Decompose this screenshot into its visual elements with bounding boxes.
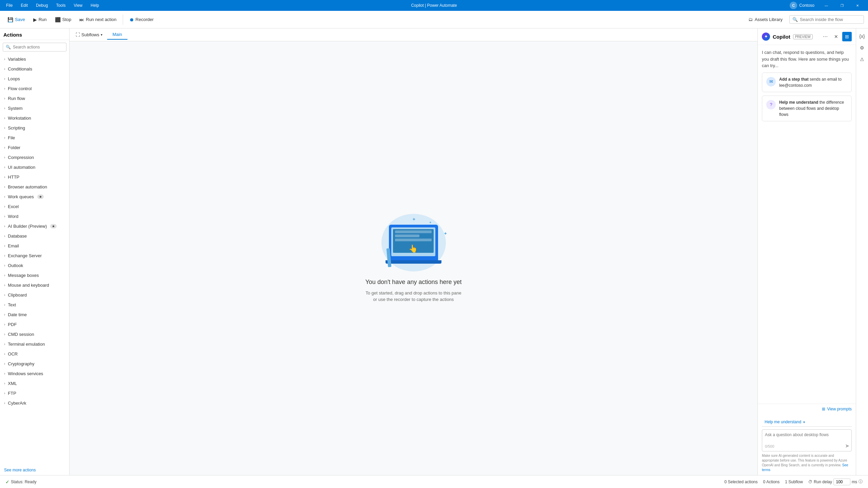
menu-debug[interactable]: Debug: [33, 2, 51, 9]
clock-icon: ⏱: [808, 480, 812, 484]
suggestion-card-1[interactable]: ? Help me understand the difference betw…: [762, 96, 852, 121]
action-item-windows-services[interactable]: ›Windows services: [0, 369, 69, 379]
toolbar: 💾 Save ▶ Run ⬛ Stop ⏭ Run next action ⏺ …: [0, 11, 868, 28]
assets-library-button[interactable]: 🗂 Assets Library: [744, 15, 787, 24]
copilot-dock-button[interactable]: ⊞: [842, 32, 852, 41]
copilot-panel: ✦ Copilot PREVIEW ⋯ ✕ ⊞ I can chat, resp…: [757, 28, 856, 475]
action-item-outlook[interactable]: ›Outlook: [0, 261, 69, 270]
subflow-count: 1 Subflow: [785, 480, 803, 484]
run-icon: ▶: [33, 17, 37, 22]
recorder-button[interactable]: ⏺ Recorder: [126, 15, 157, 24]
action-item-database[interactable]: ›Database: [0, 231, 69, 241]
suggestion-text-1: Help me understand the difference betwee…: [779, 99, 847, 118]
suggestion-icon-help: ?: [766, 100, 776, 109]
action-item-pdf[interactable]: ›PDF: [0, 320, 69, 329]
action-item-cryptography[interactable]: ›Cryptography: [0, 359, 69, 369]
action-item-excel[interactable]: ›Excel: [0, 202, 69, 211]
action-item-http[interactable]: ›HTTP: [0, 172, 69, 182]
action-item-cyberark[interactable]: ›CyberArk: [0, 398, 69, 408]
toolbar-right: 🗂 Assets Library 🔍: [744, 15, 864, 24]
copilot-body: I can chat, respond to questions, and he…: [758, 45, 856, 404]
suggestion-card-0[interactable]: ✉ Add a step that sends an email to lee@…: [762, 73, 852, 92]
next-action-button[interactable]: ⏭ Run next action: [76, 15, 120, 24]
action-item-work-queues[interactable]: ›Work queues★: [0, 192, 69, 202]
menu-edit[interactable]: Edit: [17, 2, 31, 9]
action-item-run-flow[interactable]: ›Run flow: [0, 94, 69, 103]
action-item-message-boxes[interactable]: ›Message boxes: [0, 270, 69, 280]
help-understand-bar[interactable]: Help me understand ▾: [762, 418, 852, 427]
run-delay-info-icon[interactable]: ⓘ: [859, 479, 863, 485]
action-item-file[interactable]: ›File: [0, 133, 69, 143]
copilot-more-button[interactable]: ⋯: [821, 32, 830, 41]
chat-send-button[interactable]: ➤: [845, 443, 849, 449]
action-item-exchange-server[interactable]: ›Exchange Server: [0, 251, 69, 261]
empty-state-title: You don't have any actions here yet: [366, 279, 462, 286]
action-item-scripting[interactable]: ›Scripting: [0, 123, 69, 133]
stop-button[interactable]: ⬛ Stop: [52, 15, 75, 24]
actions-title: Actions: [0, 28, 69, 40]
char-count: 0/500: [765, 444, 849, 448]
errors-panel-button[interactable]: ⚠: [857, 54, 867, 64]
run-delay-label: Run delay: [814, 480, 832, 484]
action-item-compression[interactable]: ›Compression: [0, 152, 69, 162]
next-icon: ⏭: [79, 17, 84, 22]
action-item-ai-builder-(preview)[interactable]: ›AI Builder (Preview)★: [0, 221, 69, 231]
action-item-ocr[interactable]: ›OCR: [0, 349, 69, 359]
action-item-folder[interactable]: ›Folder: [0, 143, 69, 152]
run-delay-unit: ms: [852, 480, 857, 484]
main-area: Actions 🔍 ›Variables›Conditionals›Loops›…: [0, 28, 868, 475]
action-item-mouse-and-keyboard[interactable]: ›Mouse and keyboard: [0, 280, 69, 290]
tools-panel-button[interactable]: ⚙: [857, 43, 867, 53]
actions-search-icon: 🔍: [6, 45, 11, 49]
empty-state: You don't have any actions here yet To g…: [366, 279, 462, 303]
statusbar: ✓ Status: Ready 0 Selected actions 0 Act…: [0, 475, 868, 488]
search-flow-input[interactable]: [800, 17, 861, 22]
save-button[interactable]: 💾 Save: [4, 15, 28, 24]
run-button[interactable]: ▶ Run: [30, 15, 50, 24]
subflows-button[interactable]: ⛶ Subflows ▾: [72, 30, 106, 39]
empty-state-subtitle: To get started, drag and drop actions to…: [366, 290, 461, 303]
action-item-cmd-session[interactable]: ›CMD session: [0, 329, 69, 339]
preview-badge: PREVIEW: [793, 34, 813, 39]
variables-panel-button[interactable]: {x}: [857, 31, 867, 41]
menu-file[interactable]: File: [3, 2, 16, 9]
actions-search-input[interactable]: [13, 45, 64, 49]
copilot-close-button[interactable]: ✕: [831, 32, 841, 41]
action-item-email[interactable]: ›Email: [0, 241, 69, 251]
action-item-ui-automation[interactable]: ›UI automation: [0, 162, 69, 172]
action-item-flow-control[interactable]: ›Flow control: [0, 84, 69, 94]
action-item-ftp[interactable]: ›FTP: [0, 388, 69, 398]
avatar: C: [790, 2, 797, 9]
action-item-word[interactable]: ›Word: [0, 211, 69, 221]
flow-canvas: ⛶ Subflows ▾ Main 👆 ✦ ✦: [70, 28, 757, 475]
action-item-terminal-emulation[interactable]: ›Terminal emulation: [0, 339, 69, 349]
menu-tools[interactable]: Tools: [53, 2, 69, 9]
status-ready: ✓ Status: Ready: [5, 479, 36, 485]
action-item-conditionals[interactable]: ›Conditionals: [0, 64, 69, 74]
action-item-variables[interactable]: ›Variables: [0, 54, 69, 64]
stop-icon: ⬛: [55, 17, 61, 22]
action-item-xml[interactable]: ›XML: [0, 379, 69, 388]
menu-view[interactable]: View: [70, 2, 86, 9]
restore-button[interactable]: ❐: [834, 0, 850, 11]
menu-help[interactable]: Help: [87, 2, 102, 9]
empty-state-illustration: 👆 ✦ ✦ ✦: [376, 214, 451, 273]
suggestion-text-0: Add a step that sends an email to lee@co…: [779, 76, 847, 88]
minimize-button[interactable]: —: [818, 0, 834, 11]
view-prompts-button[interactable]: ⊞ View prompts: [822, 407, 852, 411]
help-understand-chevron: ▾: [803, 420, 805, 424]
chat-input-area: 0/500 ➤: [762, 429, 852, 451]
action-item-date-time[interactable]: ›Date time: [0, 310, 69, 320]
action-item-browser-automation[interactable]: ›Browser automation: [0, 182, 69, 192]
tab-main[interactable]: Main: [107, 30, 127, 40]
action-item-workstation[interactable]: ›Workstation: [0, 113, 69, 123]
action-item-loops[interactable]: ›Loops: [0, 74, 69, 84]
action-item-system[interactable]: ›System: [0, 103, 69, 113]
action-item-text[interactable]: ›Text: [0, 300, 69, 310]
see-more-actions[interactable]: See more actions: [0, 465, 69, 475]
chat-input[interactable]: [765, 432, 849, 442]
close-button[interactable]: ✕: [850, 0, 865, 11]
copilot-footer: ⊞ View prompts Help me understand ▾ 0/50…: [758, 404, 856, 475]
action-item-clipboard[interactable]: ›Clipboard: [0, 290, 69, 300]
run-delay-input[interactable]: [833, 479, 850, 485]
